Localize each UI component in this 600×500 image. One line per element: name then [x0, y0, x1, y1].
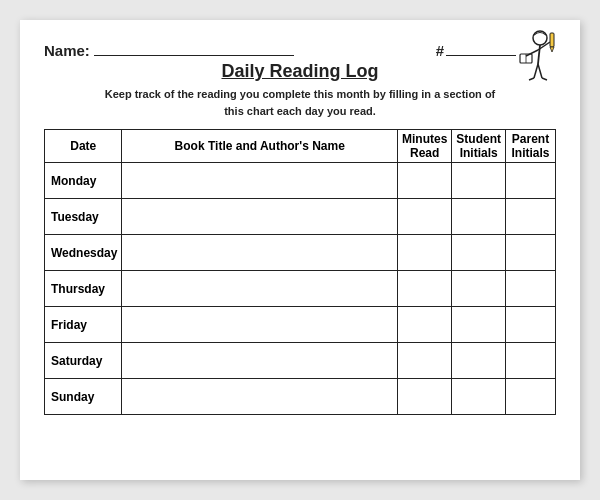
student-initials-cell-0[interactable] — [452, 163, 506, 199]
minutes-cell-4[interactable] — [397, 307, 451, 343]
figure-icon — [512, 28, 564, 88]
minutes-cell-6[interactable] — [397, 379, 451, 415]
svg-line-11 — [542, 78, 547, 80]
day-label-sunday: Sunday — [45, 379, 122, 415]
parent-initials-cell-2[interactable] — [506, 235, 556, 271]
name-label: Name: — [44, 42, 90, 59]
minutes-cell-1[interactable] — [397, 199, 451, 235]
number-field: # — [436, 40, 516, 59]
book-cell-3[interactable] — [122, 271, 398, 307]
table-row: Wednesday — [45, 235, 556, 271]
table-row: Sunday — [45, 379, 556, 415]
book-cell-5[interactable] — [122, 343, 398, 379]
day-label-tuesday: Tuesday — [45, 199, 122, 235]
hash-underline — [446, 40, 516, 56]
subtitle-line1: Keep track of the reading you complete t… — [105, 88, 496, 100]
day-label-thursday: Thursday — [45, 271, 122, 307]
parent-initials-cell-1[interactable] — [506, 199, 556, 235]
subtitle-line2: this chart each day you read. — [224, 105, 376, 117]
svg-line-8 — [534, 64, 538, 78]
book-cell-2[interactable] — [122, 235, 398, 271]
book-cell-0[interactable] — [122, 163, 398, 199]
header-date: Date — [45, 130, 122, 163]
parent-initials-cell-4[interactable] — [506, 307, 556, 343]
header-row: Name: # — [44, 40, 556, 59]
day-label-saturday: Saturday — [45, 343, 122, 379]
reading-log-table: Date Book Title and Author's Name Minute… — [44, 129, 556, 415]
svg-line-9 — [538, 64, 542, 78]
student-initials-cell-3[interactable] — [452, 271, 506, 307]
parent-initials-cell-5[interactable] — [506, 343, 556, 379]
table-row: Monday — [45, 163, 556, 199]
book-cell-6[interactable] — [122, 379, 398, 415]
svg-rect-4 — [550, 33, 554, 47]
page-title: Daily Reading Log — [44, 61, 556, 82]
student-initials-cell-1[interactable] — [452, 199, 506, 235]
day-label-friday: Friday — [45, 307, 122, 343]
book-cell-4[interactable] — [122, 307, 398, 343]
parent-initials-cell-6[interactable] — [506, 379, 556, 415]
header-minutes: Minutes Read — [397, 130, 451, 163]
day-label-monday: Monday — [45, 163, 122, 199]
table-row: Tuesday — [45, 199, 556, 235]
table-header-row: Date Book Title and Author's Name Minute… — [45, 130, 556, 163]
minutes-cell-5[interactable] — [397, 343, 451, 379]
day-label-wednesday: Wednesday — [45, 235, 122, 271]
page: Name: # Daily Reading Log Keep track of … — [20, 20, 580, 480]
parent-initials-cell-0[interactable] — [506, 163, 556, 199]
header-parent-initials: Parent Initials — [506, 130, 556, 163]
table-row: Friday — [45, 307, 556, 343]
hash-label: # — [436, 42, 444, 59]
subtitle: Keep track of the reading you complete t… — [44, 86, 556, 119]
name-field: Name: — [44, 40, 294, 59]
table-row: Thursday — [45, 271, 556, 307]
svg-line-10 — [529, 78, 534, 80]
student-initials-cell-2[interactable] — [452, 235, 506, 271]
book-cell-1[interactable] — [122, 199, 398, 235]
svg-line-1 — [538, 45, 540, 64]
minutes-cell-3[interactable] — [397, 271, 451, 307]
header-book: Book Title and Author's Name — [122, 130, 398, 163]
student-initials-cell-4[interactable] — [452, 307, 506, 343]
svg-marker-5 — [550, 47, 554, 52]
parent-initials-cell-3[interactable] — [506, 271, 556, 307]
table-row: Saturday — [45, 343, 556, 379]
name-underline — [94, 40, 294, 56]
student-initials-cell-6[interactable] — [452, 379, 506, 415]
student-initials-cell-5[interactable] — [452, 343, 506, 379]
minutes-cell-2[interactable] — [397, 235, 451, 271]
minutes-cell-0[interactable] — [397, 163, 451, 199]
header-student-initials: Student Initials — [452, 130, 506, 163]
